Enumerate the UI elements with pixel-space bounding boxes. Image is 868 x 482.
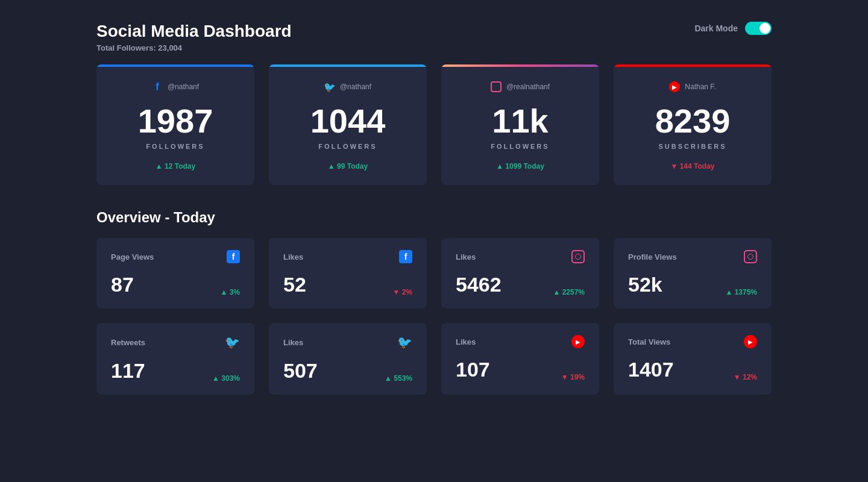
overview-title-profile-views: Profile Views bbox=[628, 252, 677, 261]
twitter-change: ▲ 99 Today bbox=[286, 162, 410, 171]
facebook-change: ▲ 12 Today bbox=[113, 162, 237, 171]
header-left: Social Media Dashboard Total Followers: … bbox=[96, 22, 292, 52]
overview-row-1: Page Views f 87 ▲ 3% Likes f 52 ▼ 2% Lik… bbox=[0, 238, 868, 308]
overview-card-likes-tw: Likes 🐦 507 ▲ 553% bbox=[269, 323, 427, 395]
overview-body-retweets: 117 ▲ 303% bbox=[111, 359, 240, 383]
overview-card-page-views: Page Views f 87 ▲ 3% bbox=[96, 238, 254, 308]
header: Social Media Dashboard Total Followers: … bbox=[0, 0, 868, 64]
follower-card-twitter: 🐦 @nathanf 1044 FOLLOWERS ▲ 99 Today bbox=[269, 64, 427, 185]
facebook-label: FOLLOWERS bbox=[113, 143, 237, 150]
likes-tw-count: 507 bbox=[283, 359, 318, 383]
overview-header-profile-views: Profile Views bbox=[628, 250, 757, 263]
overview-title-retweets: Retweets bbox=[111, 338, 145, 347]
follower-card-instagram: @realnathanf 11k FOLLOWERS ▲ 1099 Today bbox=[441, 64, 599, 185]
overview-body-likes-fb: 52 ▼ 2% bbox=[283, 273, 412, 296]
likes-ig-change: ▲ 2257% bbox=[553, 288, 585, 296]
dark-mode-label: Dark Mode bbox=[694, 23, 738, 33]
youtube-handle: Nathan F. bbox=[685, 83, 715, 91]
overview-row-2: Retweets 🐦 117 ▲ 303% Likes 🐦 507 ▲ 553%… bbox=[0, 323, 868, 395]
instagram-icon-sm bbox=[571, 250, 585, 263]
overview-body-likes-tw: 507 ▲ 553% bbox=[283, 359, 412, 383]
instagram-handle: @realnathanf bbox=[506, 83, 550, 91]
overview-card-profile-views: Profile Views 52k ▲ 1375% bbox=[614, 238, 772, 308]
youtube-change: ▼ 144 Today bbox=[631, 162, 755, 171]
total-views-change: ▼ 12% bbox=[734, 373, 757, 381]
twitter-label: FOLLOWERS bbox=[286, 143, 410, 150]
overview-header-likes-yt: Likes ▶ bbox=[456, 335, 585, 348]
dark-mode-toggle[interactable]: Dark Mode bbox=[694, 22, 772, 35]
twitter-icon-sm: 🐦 bbox=[225, 335, 240, 349]
likes-fb-change: ▼ 2% bbox=[392, 288, 412, 296]
overview-title-likes-ig: Likes bbox=[456, 252, 476, 261]
overview-body-profile-views: 52k ▲ 1375% bbox=[628, 273, 757, 296]
likes-yt-change: ▼ 19% bbox=[561, 373, 585, 381]
overview-card-likes-ig: Likes 5462 ▲ 2257% bbox=[441, 238, 599, 308]
card-handle-twitter: 🐦 @nathanf bbox=[286, 81, 410, 92]
facebook-icon: f bbox=[152, 81, 163, 92]
profile-views-change: ▲ 1375% bbox=[725, 288, 757, 296]
overview-header-likes-tw: Likes 🐦 bbox=[283, 335, 412, 349]
overview-header-page-views: Page Views f bbox=[111, 250, 240, 263]
overview-header-likes-fb: Likes f bbox=[283, 250, 412, 263]
youtube-icon-sm: ▶ bbox=[571, 335, 585, 348]
follower-card-youtube: ▶ Nathan F. 8239 SUBSCRIBERS ▼ 144 Today bbox=[614, 64, 772, 185]
facebook-count: 1987 bbox=[113, 104, 237, 138]
instagram-icon bbox=[491, 81, 502, 92]
card-handle-youtube: ▶ Nathan F. bbox=[631, 81, 755, 92]
profile-views-count: 52k bbox=[628, 273, 662, 296]
youtube-icon-sm-2: ▶ bbox=[744, 335, 757, 348]
overview-body-page-views: 87 ▲ 3% bbox=[111, 273, 240, 296]
total-views-count: 1407 bbox=[628, 358, 674, 381]
follower-card-facebook: f @nathanf 1987 FOLLOWERS ▲ 12 Today bbox=[96, 64, 254, 185]
facebook-icon-sm-2: f bbox=[399, 250, 412, 263]
overview-card-likes-yt: Likes ▶ 107 ▼ 19% bbox=[441, 323, 599, 395]
dark-mode-switch[interactable] bbox=[745, 22, 772, 35]
page-views-count: 87 bbox=[111, 273, 134, 296]
card-handle-instagram: @realnathanf bbox=[458, 81, 582, 92]
youtube-count: 8239 bbox=[631, 104, 755, 138]
facebook-icon-sm: f bbox=[227, 250, 240, 263]
total-followers: Total Followers: 23,004 bbox=[96, 43, 292, 52]
facebook-handle: @nathanf bbox=[168, 83, 199, 91]
youtube-label: SUBSCRIBERS bbox=[631, 143, 755, 150]
overview-header-likes-ig: Likes bbox=[456, 250, 585, 263]
instagram-change: ▲ 1099 Today bbox=[458, 162, 582, 171]
overview-title-likes-tw: Likes bbox=[283, 338, 303, 347]
retweets-change: ▲ 303% bbox=[212, 374, 240, 383]
likes-fb-count: 52 bbox=[283, 273, 306, 296]
overview-card-retweets: Retweets 🐦 117 ▲ 303% bbox=[96, 323, 254, 395]
page-views-change: ▲ 3% bbox=[220, 288, 240, 296]
overview-header-retweets: Retweets 🐦 bbox=[111, 335, 240, 349]
overview-body-likes-ig: 5462 ▲ 2257% bbox=[456, 273, 585, 296]
follower-cards-section: f @nathanf 1987 FOLLOWERS ▲ 12 Today 🐦 @… bbox=[0, 64, 868, 185]
twitter-handle: @nathanf bbox=[340, 83, 371, 91]
overview-body-likes-yt: 107 ▼ 19% bbox=[456, 358, 585, 381]
overview-title: Overview - Today bbox=[0, 209, 868, 226]
overview-header-total-views: Total Views ▶ bbox=[628, 335, 757, 348]
overview-card-total-views: Total Views ▶ 1407 ▼ 12% bbox=[614, 323, 772, 395]
twitter-icon-sm-2: 🐦 bbox=[397, 335, 412, 349]
twitter-count: 1044 bbox=[286, 104, 410, 138]
toggle-thumb bbox=[760, 23, 770, 34]
overview-title-total-views: Total Views bbox=[628, 337, 670, 346]
overview-title-likes-fb: Likes bbox=[283, 252, 303, 261]
overview-title-page-views: Page Views bbox=[111, 252, 154, 261]
instagram-icon-sm-2 bbox=[744, 250, 757, 263]
page-title: Social Media Dashboard bbox=[96, 22, 292, 41]
likes-tw-change: ▲ 553% bbox=[385, 374, 412, 383]
likes-yt-count: 107 bbox=[456, 358, 490, 381]
card-handle-facebook: f @nathanf bbox=[113, 81, 237, 92]
instagram-label: FOLLOWERS bbox=[458, 143, 582, 150]
overview-card-likes-fb: Likes f 52 ▼ 2% bbox=[269, 238, 427, 308]
retweets-count: 117 bbox=[111, 359, 145, 383]
youtube-icon: ▶ bbox=[669, 81, 680, 92]
likes-ig-count: 5462 bbox=[456, 273, 502, 296]
instagram-count: 11k bbox=[458, 104, 582, 138]
twitter-icon: 🐦 bbox=[324, 81, 335, 92]
overview-title-likes-yt: Likes bbox=[456, 337, 476, 346]
overview-body-total-views: 1407 ▼ 12% bbox=[628, 358, 757, 381]
